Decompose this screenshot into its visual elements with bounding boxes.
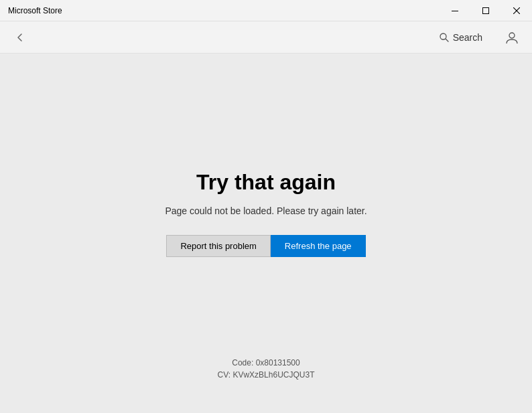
svg-rect-1: [483, 8, 489, 14]
title-bar: Microsoft Store: [0, 0, 532, 21]
svg-point-6: [509, 33, 515, 38]
report-problem-button[interactable]: Report this problem: [166, 235, 270, 257]
maximize-button[interactable]: [470, 0, 501, 21]
error-title: Try that again: [196, 170, 336, 195]
error-code: Code: 0x80131500: [232, 358, 300, 367]
close-button[interactable]: [501, 0, 532, 21]
app-title: Microsoft Store: [8, 6, 62, 15]
window-controls: [440, 0, 532, 21]
action-buttons: Report this problem Refresh the page: [166, 235, 365, 257]
minimize-icon: [452, 11, 458, 11]
cv-code: CV: KVwXzBLh6UCJQU3T: [218, 370, 315, 380]
footer-codes: Code: 0x80131500 CV: KVwXzBLh6UCJQU3T: [0, 358, 532, 380]
back-icon: [16, 33, 24, 42]
search-label: Search: [453, 32, 482, 43]
error-subtitle: Page could not be loaded. Please try aga…: [165, 205, 367, 216]
user-icon: [505, 30, 519, 45]
search-button[interactable]: Search: [430, 28, 492, 47]
nav-bar: Search: [0, 21, 532, 54]
close-icon: [513, 7, 520, 14]
user-account-button[interactable]: [500, 25, 524, 50]
maximize-icon: [482, 7, 489, 14]
svg-line-5: [446, 39, 448, 42]
search-icon: [440, 33, 449, 42]
main-content: Try that again Page could not be loaded.…: [0, 54, 532, 413]
back-button[interactable]: [8, 25, 32, 50]
minimize-button[interactable]: [440, 0, 470, 21]
svg-rect-0: [452, 11, 458, 11]
refresh-page-button[interactable]: Refresh the page: [271, 235, 366, 257]
